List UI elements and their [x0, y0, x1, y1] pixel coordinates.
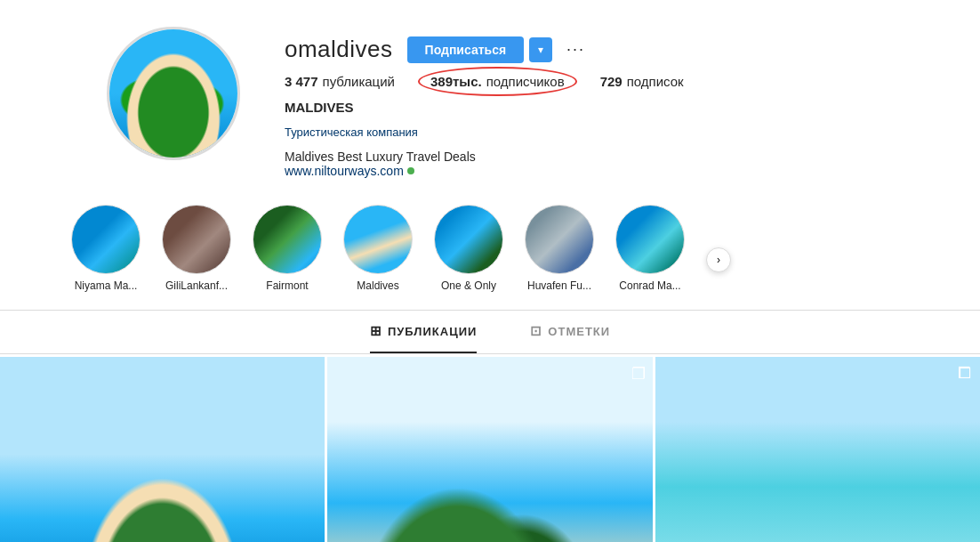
story-circle-6 [615, 205, 685, 274]
story-label-5: Huvafen Fu... [527, 279, 591, 292]
bio-text: Maldives Best Luxury Travel Deals www.ni… [285, 150, 927, 178]
following-count: 729 [600, 74, 623, 89]
link-active-dot [407, 167, 414, 174]
stories-row: Niyama Ma... GiliLankanf... Fairmont Mal… [71, 205, 909, 292]
subscribe-chevron-button[interactable]: ▾ [529, 37, 552, 62]
story-item-4[interactable]: One & Only [434, 205, 503, 292]
story-label-0: Niyama Ma... [75, 279, 138, 292]
story-label-1: GiliLankanf... [165, 279, 228, 292]
profile-top-row: omaldives Подписаться ▾ ··· [285, 36, 927, 63]
stories-next-button[interactable]: › [706, 247, 731, 272]
publications-count: 3 477 [285, 74, 318, 89]
story-item-3[interactable]: Maldives [343, 205, 413, 292]
posts-grid: ❐ ⧠ [0, 354, 980, 542]
tab-publications[interactable]: ⊞ ПУБЛИКАЦИИ [370, 323, 477, 353]
profile-avatar[interactable] [107, 27, 240, 160]
story-circle-2 [253, 205, 322, 274]
bio-link-url: www.niltourways.com [285, 164, 404, 178]
story-circle-3 [343, 205, 413, 274]
tabs-row: ⊞ ПУБЛИКАЦИИ ⊡ ОТМЕТКИ [0, 311, 980, 353]
stat-publications: 3 477 публикаций [285, 74, 395, 89]
stats-row: 3 477 публикаций 389тыс. подписчиков 729… [285, 74, 927, 89]
story-circle-5 [525, 205, 594, 274]
bio-category: Туристическая компания [285, 125, 927, 139]
stat-following: 729 подписок [600, 74, 684, 89]
story-item-6[interactable]: Conrad Ma... [615, 205, 685, 292]
username: omaldives [285, 36, 393, 63]
story-circle-4 [434, 205, 503, 274]
tab-label-tags: ОТМЕТКИ [548, 325, 610, 338]
bio-name: MALDIVES [285, 100, 927, 115]
post-image-2 [655, 357, 980, 542]
tab-icon-publications: ⊞ [370, 323, 382, 339]
story-circle-1 [162, 205, 231, 274]
bio-link[interactable]: www.niltourways.com [285, 164, 927, 178]
story-label-6: Conrad Ma... [619, 279, 680, 292]
tab-label-publications: ПУБЛИКАЦИИ [388, 325, 477, 338]
followers-count: 389тыс. [430, 74, 482, 89]
stat-followers: 389тыс. подписчиков [430, 74, 565, 89]
story-item-0[interactable]: Niyama Ma... [71, 205, 141, 292]
story-label-3: Maldives [357, 279, 398, 292]
story-item-2[interactable]: Fairmont [253, 205, 322, 292]
publications-label: публикаций [323, 74, 395, 89]
post-badge-2: ⧠ [957, 364, 973, 383]
post-thumb-1[interactable]: ❐ [327, 357, 652, 542]
post-badge-1: ❐ [631, 364, 646, 384]
tab-tags[interactable]: ⊡ ОТМЕТКИ [530, 323, 610, 353]
stories-section: Niyama Ma... GiliLankanf... Fairmont Mal… [0, 196, 980, 310]
profile-info: omaldives Подписаться ▾ ··· 3 477 публик… [285, 27, 927, 178]
tab-icon-tags: ⊡ [530, 323, 542, 339]
bio-text-content: Maldives Best Luxury Travel Deals [285, 150, 476, 164]
more-options-button[interactable]: ··· [566, 40, 585, 59]
story-circle-0 [71, 205, 141, 274]
post-thumb-0[interactable] [0, 357, 325, 542]
story-label-4: One & Only [441, 279, 496, 292]
following-label: подписок [627, 74, 684, 89]
story-item-5[interactable]: Huvafen Fu... [525, 205, 594, 292]
post-image-0 [0, 357, 325, 542]
post-image-1 [327, 357, 652, 542]
avatar-image [109, 29, 237, 158]
post-thumb-2[interactable]: ⧠ [655, 357, 980, 542]
profile-section: omaldives Подписаться ▾ ··· 3 477 публик… [0, 0, 980, 196]
subscribe-button[interactable]: Подписаться [407, 36, 525, 63]
story-label-2: Fairmont [266, 279, 308, 292]
followers-label: подписчиков [486, 74, 565, 89]
story-item-1[interactable]: GiliLankanf... [162, 205, 231, 292]
